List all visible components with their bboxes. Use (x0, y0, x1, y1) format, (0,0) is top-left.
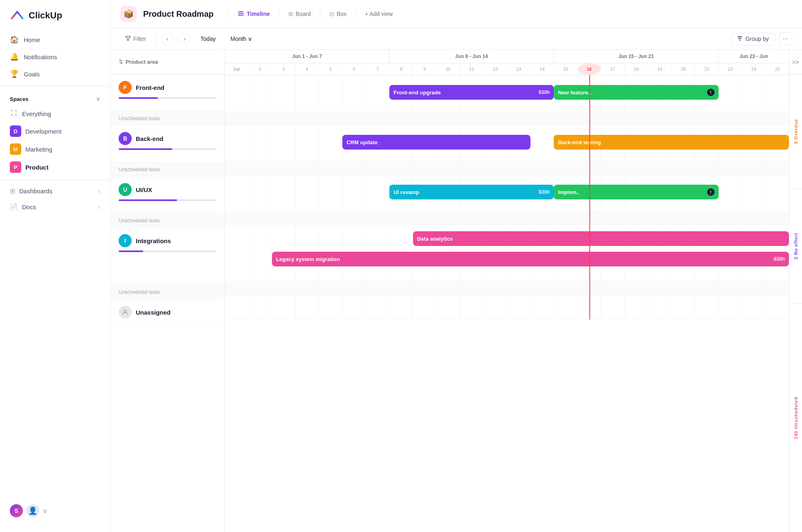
user-area[interactable]: S 👤 ∨ (10, 504, 47, 517)
group-by-button[interactable]: Group by (731, 33, 775, 45)
month-label: Month (230, 36, 246, 42)
week-3-label: Jun 15 - Jun 21 (618, 54, 654, 59)
tab-box[interactable]: ⊟ Box (323, 8, 352, 20)
task-ui-revamp[interactable]: UI revamp 830h (389, 185, 554, 199)
task-new-feature[interactable]: New feature.. ! (554, 85, 718, 100)
row-header-integrations: I Integrations (110, 228, 225, 285)
week-header-3: Jun 15 - Jun 21 (554, 50, 719, 63)
prev-button[interactable]: ‹ (161, 33, 173, 45)
task-legacy-migration[interactable]: Legacy system migration 830h (272, 252, 789, 266)
no-effort-indicator[interactable]: 2 No effort (789, 189, 802, 304)
day-13: 13 (507, 63, 531, 75)
day-5: 5 (319, 63, 343, 75)
user-dropdown-icon[interactable]: ∨ (43, 507, 47, 515)
page-title: Product Roadmap (143, 9, 213, 19)
task-implement-label: Implem.. (558, 189, 580, 195)
backend-avatar: B (119, 132, 132, 145)
collapse-right-btn[interactable]: >> (789, 50, 802, 74)
dashboards-label: Dashboards (19, 188, 52, 194)
everything-label: Everything (22, 110, 51, 117)
sidebar-item-home[interactable]: 🏠 Home (5, 31, 105, 48)
backend-progress-fill (119, 148, 172, 150)
day-11: 11 (460, 63, 484, 75)
week-header-1: Jun 1 - Jun 7 (225, 50, 389, 63)
backend-unscheduled-label: Unscheduled tasks (119, 167, 160, 172)
week-2-label: Jun 8 - Jun 14 (455, 54, 488, 59)
frontend-avatar: F (119, 81, 132, 94)
bell-icon: 🔔 (10, 52, 19, 61)
frontend-header: F Front-end (119, 81, 216, 94)
filter-button[interactable]: Filter (120, 33, 151, 45)
day-17: 17 (601, 63, 625, 75)
chevron-left-icon: ‹ (166, 36, 168, 42)
spaces-label: Spaces (10, 96, 29, 102)
svg-point-0 (11, 110, 13, 112)
task-ui-revamp-hours: 830h (539, 189, 550, 195)
sidebar: ClickUp 🏠 Home 🔔 Notifications 🏆 Goals S… (0, 0, 110, 532)
sidebar-item-goals[interactable]: 🏆 Goals (5, 65, 105, 83)
task-new-feature-label: New feature.. (558, 89, 591, 96)
add-view-button[interactable]: + Add view (359, 8, 398, 20)
logo-area: ClickUp (0, 8, 110, 31)
uiux-unscheduled-label: Unscheduled tasks (119, 218, 160, 224)
task-implement[interactable]: Implem.. ! (554, 185, 718, 199)
no-effort-text: 2 No effort (793, 233, 798, 259)
app-name: ClickUp (29, 10, 62, 21)
notifications-label: Notifications (24, 54, 57, 60)
top-header: 📦 Product Roadmap Timeline ⊞ Board (110, 0, 802, 28)
spaces-section: Spaces ∨ (0, 89, 110, 105)
toolbar: Filter ‹ › Today Month ∨ (110, 28, 802, 50)
timeline-icon (238, 10, 244, 18)
sidebar-item-product[interactable]: P Product (5, 158, 105, 176)
docs-expand-icon: › (98, 203, 100, 210)
week-headers: Jun 1 - Jun 7 Jun 8 - Jun 14 Jun 15 - Ju… (225, 50, 789, 63)
add-view-label: + Add view (365, 11, 393, 17)
day-23: 23 (719, 63, 743, 75)
sidebar-item-notifications[interactable]: 🔔 Notifications (5, 48, 105, 65)
task-frontend-upgrade-hours: 830h (539, 89, 550, 95)
today-button[interactable]: Today (195, 33, 220, 45)
ellipsis-icon: ··· (783, 35, 788, 42)
dashboards-expand-icon: › (98, 188, 100, 194)
timeline-container: ⇅ Product area F Front-end Unscheduled t… (110, 50, 802, 532)
task-frontend-upgrade[interactable]: Front-end upgrade 830h (389, 85, 554, 100)
sidebar-item-development[interactable]: D Development (5, 122, 105, 140)
development-label: Development (25, 128, 61, 135)
day-3: 3 (272, 63, 296, 75)
more-options-button[interactable]: ··· (779, 32, 792, 45)
svg-point-11 (124, 310, 126, 313)
product-label: Product (25, 164, 49, 171)
month-button[interactable]: Month ∨ (225, 33, 257, 45)
spaces-collapse-icon[interactable]: ∨ (96, 96, 100, 102)
tab-timeline[interactable]: Timeline (232, 8, 276, 20)
task-data-analytics[interactable]: Data analytics (413, 231, 789, 246)
task-crm-update[interactable]: CRM update (342, 135, 530, 150)
row-header-uiux-unscheduled: Unscheduled tasks (110, 213, 225, 228)
week-header-4: Jun 23 - Jun (719, 50, 789, 63)
gantt-right-panel[interactable]: Jun 1 - Jun 7 Jun 8 - Jun 14 Jun 15 - Ju… (225, 50, 789, 532)
task-backend-testing[interactable]: Back-end testing (554, 135, 789, 150)
row-header-uiux: U UI/UX (110, 177, 225, 213)
unassigned-header: Unassigned (119, 306, 216, 319)
next-button[interactable]: › (178, 33, 191, 45)
gantt-left-panel: ⇅ Product area F Front-end Unscheduled t… (110, 50, 225, 532)
svg-rect-10 (739, 40, 741, 40)
overdue-text: 3 Overdue (793, 119, 798, 144)
sidebar-item-docs[interactable]: 📄 Docs › (5, 199, 105, 215)
day-8: 8 (390, 63, 413, 75)
overdue-indicator[interactable]: 3 Overdue (789, 74, 802, 189)
marketing-label: Marketing (25, 146, 52, 153)
tab-divider-2 (279, 9, 279, 18)
frontend-unscheduled-label: Unscheduled tasks (119, 116, 160, 121)
tab-board[interactable]: ⊞ Board (283, 8, 317, 20)
unscheduled-indicator[interactable]: 140 Unscheduled (789, 304, 802, 532)
integrations-header: I Integrations (119, 234, 216, 247)
day-21: 21 (695, 63, 719, 75)
sidebar-item-marketing[interactable]: M Marketing (5, 140, 105, 158)
sidebar-item-everything[interactable]: Everything (5, 105, 105, 122)
sidebar-item-dashboards[interactable]: ⊞ Dashboards › (5, 183, 105, 199)
row-header-unassigned: Unassigned (110, 299, 225, 326)
everything-icon (10, 109, 18, 119)
breadcrumb-icon: 📦 (120, 6, 137, 22)
day-9: 9 (413, 63, 437, 75)
